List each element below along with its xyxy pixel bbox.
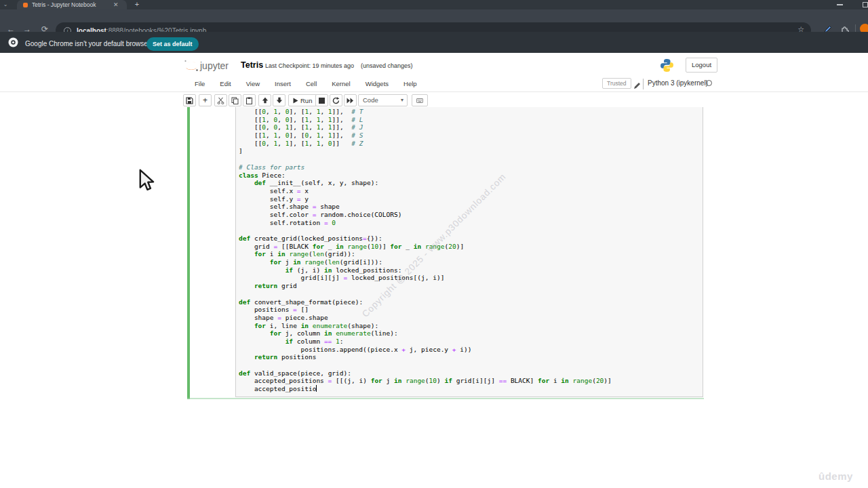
checkpoint-status: Last Checkpoint: 19 minutes ago — [265, 62, 354, 69]
chrome-logo-icon — [8, 37, 18, 50]
svg-text:jupyter: jupyter — [199, 60, 229, 71]
menu-file[interactable]: File — [187, 76, 212, 92]
copy-cell-button[interactable] — [229, 94, 241, 106]
new-tab-button[interactable]: + — [132, 0, 142, 9]
save-button[interactable] — [183, 94, 196, 106]
unsaved-changes-status: (unsaved changes) — [361, 62, 413, 69]
move-cell-up-button[interactable] — [258, 94, 271, 106]
browser-window: ⌄ Tetris - Jupyter Notebook ✕ + ← → ⟳ i … — [0, 0, 868, 488]
cell-selected-indicator — [187, 107, 190, 399]
cell-type-select[interactable]: Code ▾ — [358, 94, 408, 106]
browser-titlebar: ⌄ Tetris - Jupyter Notebook ✕ + — [0, 0, 868, 9]
browser-toolbar: ← → ⟳ i localhost:8888/notebooks/%20Tetr… — [0, 9, 868, 32]
chevron-down-icon: ▾ — [401, 95, 403, 106]
notebook-title[interactable]: Tetris — [241, 60, 263, 70]
code-content[interactable]: [[0, 1, 0], [1, 1, 1]], # T [[1, 0, 0], … — [239, 108, 612, 393]
kernel-separator — [643, 79, 644, 89]
tab-search-icon[interactable]: ⌄ — [1, 1, 9, 9]
menu-view[interactable]: View — [239, 76, 267, 92]
restart-run-all-button[interactable] — [344, 94, 357, 106]
add-cell-button[interactable]: + — [199, 94, 212, 106]
notebook-menubar: File Edit View Insert Cell Kernel Widget… — [0, 76, 868, 92]
trusted-badge: Trusted — [602, 78, 631, 89]
text-caret — [316, 385, 317, 392]
paste-cell-button[interactable] — [243, 94, 256, 106]
command-palette-button[interactable] — [412, 94, 428, 106]
tab-close-icon[interactable]: ✕ — [113, 0, 119, 9]
menu-help[interactable]: Help — [396, 76, 425, 92]
kernel-name: Python 3 (ipykernel) — [648, 79, 708, 87]
python-logo-icon — [660, 58, 674, 73]
infobar-message: Google Chrome isn't your default browser — [25, 40, 150, 47]
cell-bottom-border — [187, 398, 704, 399]
kernel-idle-indicator — [706, 80, 712, 86]
edit-mode-pencil-icon — [633, 80, 641, 92]
menu-cell[interactable]: Cell — [298, 76, 324, 92]
window-minimize-button[interactable] — [837, 4, 843, 5]
restart-kernel-button[interactable] — [330, 94, 342, 106]
run-button[interactable]: Run — [288, 94, 317, 106]
menu-insert[interactable]: Insert — [267, 76, 298, 92]
jupyter-favicon-icon — [23, 3, 28, 7]
notebook-toolbar: + Run Code ▾ — [0, 94, 868, 107]
menu-edit[interactable]: Edit — [212, 76, 238, 92]
logout-button[interactable]: Logout — [686, 58, 717, 73]
move-cell-down-button[interactable] — [273, 94, 285, 106]
tab-title: Tetris - Jupyter Notebook — [32, 1, 112, 8]
set-as-default-button[interactable]: Set as default — [146, 37, 199, 51]
menu-kernel[interactable]: Kernel — [324, 76, 357, 92]
browser-tab[interactable]: Tetris - Jupyter Notebook ✕ — [17, 0, 127, 9]
jupyter-logo[interactable]: jupyter — [184, 58, 231, 74]
window-maximize-button[interactable] — [863, 2, 868, 7]
interrupt-kernel-button[interactable] — [315, 94, 328, 106]
cut-cell-button[interactable] — [214, 94, 227, 106]
menu-widgets[interactable]: Widgets — [358, 76, 396, 92]
